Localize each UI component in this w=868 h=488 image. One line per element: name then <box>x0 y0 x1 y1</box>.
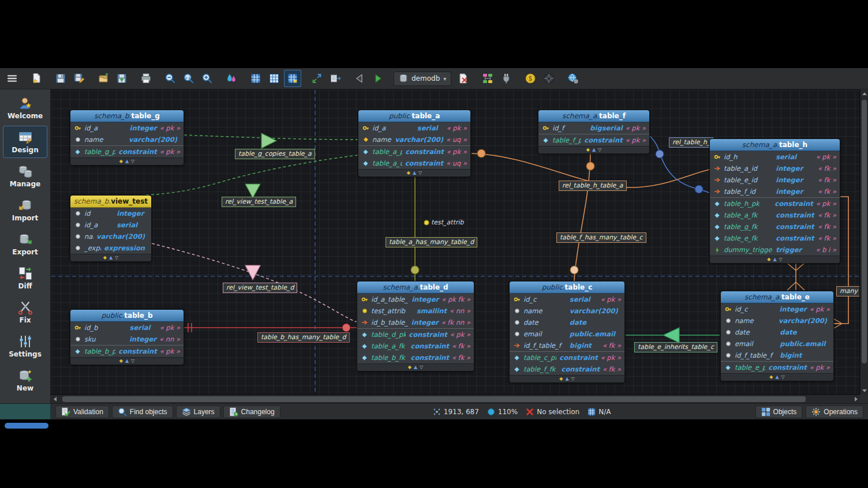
scroll-up-button[interactable] <box>860 89 868 97</box>
constraint-row[interactable]: table_a_fkconstraint« fk » <box>710 209 840 221</box>
column-row[interactable]: datedate <box>721 326 833 338</box>
table-table_a[interactable]: public.table_aid_aserial« pk »namevarcha… <box>358 110 471 177</box>
sidebar-item-settings[interactable]: Settings <box>3 330 47 362</box>
support-button[interactable] <box>540 70 558 87</box>
column-row[interactable]: namevarchar(200) <box>70 231 151 242</box>
menu-button[interactable] <box>3 70 21 87</box>
scroll-left-button[interactable] <box>51 395 59 403</box>
constraint-row[interactable]: table_h_pkconstraint« pk » <box>710 198 840 209</box>
scroll-right-button[interactable] <box>852 395 860 403</box>
objects-button[interactable]: Objects <box>755 406 803 418</box>
column-row[interactable]: idinteger <box>70 208 151 219</box>
relationship-label[interactable]: rel_table_h_table_a <box>559 181 627 191</box>
relationship-line-table_g_copies_table_a[interactable] <box>184 135 358 140</box>
operations-button[interactable]: Operations <box>806 406 863 418</box>
save-button[interactable] <box>52 70 69 87</box>
relationship-label[interactable]: rel_view_test_table_d <box>223 283 297 293</box>
nav-back-button[interactable] <box>351 70 368 87</box>
column-row[interactable]: id_a_table_ainteger« pk fk » <box>357 294 474 305</box>
model-canvas[interactable]: table_g_copies_table_arel_view_test_tabl… <box>51 89 860 395</box>
column-row[interactable]: id_f_table_fbigint <box>721 350 833 361</box>
sidebar-item-new[interactable]: New <box>3 364 47 396</box>
relationship-label[interactable]: table_f_has_many_table_c <box>556 232 646 243</box>
table-table_e[interactable]: schema_a.table_eid_cinteger« pk »namevar… <box>720 291 834 381</box>
table-table_b[interactable]: public.table_bid_bserial« pk »skuinteger… <box>70 309 184 365</box>
column-row[interactable]: _exprexpression <box>70 242 151 254</box>
column-row[interactable]: id_bserial« pk » <box>70 322 184 333</box>
column-row[interactable]: skuinteger« nn » <box>70 333 184 345</box>
column-row[interactable]: id_fbigserial« pk » <box>538 122 649 134</box>
column-row[interactable]: id_aserial <box>70 219 151 231</box>
table-table_d[interactable]: schema_a.table_did_a_table_ainteger« pk … <box>357 281 474 371</box>
zoom-in-button[interactable] <box>199 70 216 87</box>
grid-overview-button[interactable] <box>247 70 264 87</box>
relationship-label[interactable]: many <box>836 286 860 296</box>
sidebar-item-diff[interactable]: Diff <box>3 262 47 294</box>
table-table_f[interactable]: schema_a.table_fid_fbigserial« pk »table… <box>538 110 650 154</box>
entity-header[interactable]: schema_a.table_d <box>357 281 474 294</box>
column-row[interactable]: emailpublic.email <box>510 328 624 340</box>
constraint-row[interactable]: table_f_pkconstraint« pk » <box>538 134 649 146</box>
zoom-out-button[interactable] <box>162 70 179 87</box>
column-row[interactable]: namevarchar(200) <box>721 315 833 326</box>
entity-header[interactable]: schema_a.table_e <box>721 291 833 303</box>
sidebar-item-design[interactable]: Design <box>3 126 47 158</box>
entity-header[interactable]: schema_a.table_f <box>538 110 649 122</box>
entity-header[interactable]: public.table_a <box>358 110 470 122</box>
save-as-button[interactable] <box>70 70 88 87</box>
nav-forward-button[interactable] <box>369 70 387 87</box>
vertical-scroll-thumb[interactable] <box>862 100 867 363</box>
close-database-button[interactable] <box>455 70 472 87</box>
plugins-button[interactable] <box>497 70 515 87</box>
table-table_g[interactable]: schema_b.table_gid_ainteger« pk »namevar… <box>70 110 184 166</box>
entity-header[interactable]: schema_b.view_test <box>70 196 151 208</box>
relationship-label[interactable]: table_b_has_many_table_d <box>257 332 350 343</box>
column-row[interactable]: id_hserial« pk » <box>710 151 840 163</box>
scroll-down-button[interactable] <box>860 386 868 395</box>
constraint-row[interactable]: table_e_pkconstraint« pk » <box>721 362 833 373</box>
relationship-label[interactable]: table_a_has_many_table_d <box>386 237 477 247</box>
sidebar-item-export[interactable]: Export <box>3 228 47 260</box>
constraint-row[interactable]: dummy_triggertrigger« b i » <box>710 244 840 256</box>
configurations-button[interactable] <box>564 70 582 87</box>
vertical-scroll-track[interactable] <box>860 97 868 386</box>
relationship-label[interactable]: table_e_inherits_table_c <box>634 342 717 352</box>
constraint-row[interactable]: table_g_fkconstraint« fk » <box>710 221 840 232</box>
grid-expand-button[interactable] <box>284 70 301 87</box>
view-view_test[interactable]: schema_b.view_testidintegerid_aserialnam… <box>70 195 152 262</box>
column-row[interactable]: namevarchar(200) <box>70 134 184 145</box>
canvas-horizontal-scrollbar[interactable] <box>51 395 860 403</box>
table-table_c[interactable]: public.table_cid_cserial« pk »namevarcha… <box>509 281 625 383</box>
column-row[interactable]: id_aserial« pk » <box>358 122 470 134</box>
column-row[interactable]: emailpublic.email <box>721 338 833 350</box>
relationship-label[interactable]: rel_table_h_ <box>669 137 713 148</box>
print-button[interactable] <box>137 70 155 87</box>
relationship-line-table_f_has_many_table_c[interactable] <box>574 150 590 281</box>
column-row[interactable]: id_b_table_binteger« fk nn » <box>357 317 474 328</box>
column-row[interactable]: table_f_idinteger« fk » <box>710 186 840 197</box>
constraint-row[interactable]: table_e_fkconstraint« fk » <box>710 232 840 244</box>
pagination-button[interactable] <box>327 70 344 87</box>
entity-header[interactable]: public.table_c <box>510 281 624 294</box>
constraint-row[interactable]: table_d_pkconstraint« pk » <box>357 329 474 340</box>
canvas-vertical-scrollbar[interactable] <box>860 89 868 395</box>
new-model-button[interactable] <box>28 70 45 87</box>
column-row[interactable]: namevarchar(200)« uq » <box>358 134 470 145</box>
compact-view-button[interactable] <box>308 70 326 87</box>
database-selector[interactable]: demodb▾ <box>394 72 451 86</box>
sidebar-item-manage[interactable]: Manage <box>3 160 47 192</box>
export-model-button[interactable] <box>113 70 130 87</box>
column-row[interactable]: datedate <box>510 317 624 328</box>
new-object-button[interactable] <box>479 70 496 87</box>
entity-header[interactable]: schema_a.table_h <box>710 139 840 151</box>
column-row[interactable]: test_attribsmallint« nn » <box>357 305 474 317</box>
relationship-line-crow_foot_table_e_right[interactable] <box>834 319 842 328</box>
relationship-line-crow_foot_table_e_top[interactable] <box>787 282 805 290</box>
column-row[interactable]: id_f_table_fbigint« fk » <box>510 340 624 351</box>
constraint-row[interactable]: table_f_fkconstraint« fk » <box>510 363 624 375</box>
load-button[interactable] <box>95 70 112 87</box>
column-row[interactable]: namevarchar(200) <box>510 305 624 317</box>
appearance-button[interactable] <box>223 70 240 87</box>
donate-button[interactable]: $ <box>522 70 539 87</box>
constraint-row[interactable]: table_a_uqconstraint« uq » <box>358 157 470 169</box>
